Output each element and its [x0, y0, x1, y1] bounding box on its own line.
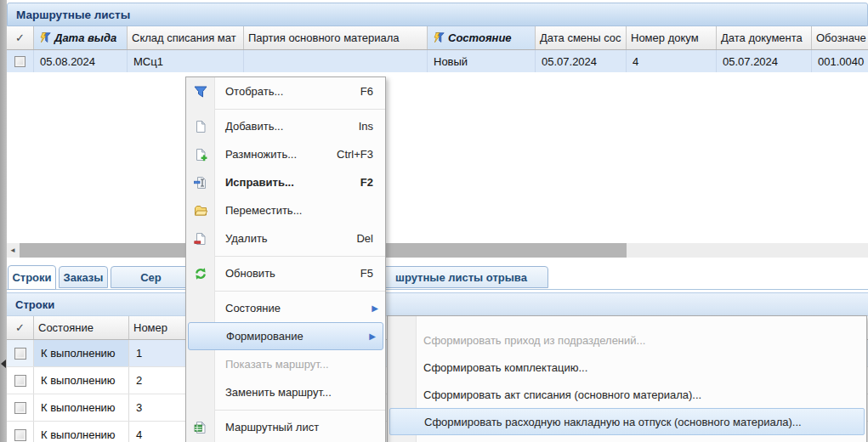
column-header-doc-number[interactable]: Номер докум	[627, 26, 717, 49]
cell-line-state: К выполнению	[34, 394, 129, 421]
scroll-left-icon[interactable]: ◄	[7, 243, 19, 258]
submenu-item-rashodnaya-nakladnaya[interactable]: Сформировать расходную накладную на отпу…	[389, 408, 865, 435]
menu-item-label: Удалить	[215, 232, 356, 245]
tab-route-sheets-otryva[interactable]: шрутные листы отрыва	[374, 266, 548, 288]
column-header-issue-date[interactable]: Дата выда	[34, 26, 128, 49]
page-edit-icon	[186, 176, 215, 190]
filter-lightning-icon	[432, 32, 445, 43]
tab-zakazy[interactable]: Заказы	[59, 266, 108, 288]
column-label: Партия основного материала	[248, 31, 400, 44]
select-all-column-header[interactable]: ✓	[7, 26, 34, 49]
cell-line-state: К выполнению	[34, 422, 129, 442]
route-sheets-panel-header: Маршрутные листы	[7, 3, 868, 26]
menu-item-shortcut: Ctrl+F3	[337, 148, 385, 161]
tab-stroki[interactable]: Строки	[8, 265, 56, 290]
menu-item-shortcut: Ins	[359, 120, 385, 133]
route-sheets-table-header: ✓ Дата выда Склад списания мат Партия ос…	[7, 26, 868, 50]
tab-ser[interactable]: Сер	[111, 266, 191, 288]
menu-item-peremestit[interactable]: Переместить...	[186, 196, 385, 224]
menu-item-label: Маршрутный лист	[215, 421, 385, 434]
menu-separator	[186, 105, 385, 112]
page-new-icon	[186, 120, 215, 133]
filter-lightning-icon	[38, 32, 51, 43]
menu-item-udalit[interactable]: Удалить Del	[186, 224, 385, 252]
menu-item-label: Переместить...	[215, 204, 373, 217]
cell-state-change-date: 05.07.2024	[536, 50, 627, 72]
tab-label: Заказы	[64, 271, 104, 284]
row-checkbox[interactable]	[14, 429, 26, 441]
tab-label: шрутные листы отрыва	[395, 271, 527, 284]
menu-item-label: Сформировать акт списания (основного мат…	[388, 388, 866, 401]
horizontal-scrollbar[interactable]: ◄	[7, 243, 868, 258]
tab-label: Строки	[12, 271, 51, 284]
lines-panel-title: Строки	[15, 298, 54, 311]
table-row-selected[interactable]: 05.08.2024 МСц1 Новый 05.07.2024 4 05.07…	[7, 50, 868, 72]
column-header-batch[interactable]: Партия основного материала	[244, 26, 428, 49]
menu-separator	[186, 252, 385, 259]
check-icon: ✓	[15, 31, 25, 44]
select-all-column-header[interactable]: ✓	[7, 316, 34, 339]
submenu-item-komplektaciya[interactable]: Сформировать комплектацию...	[388, 354, 866, 381]
row-checkbox-cell[interactable]	[7, 50, 34, 72]
page-title: Маршрутные листы	[16, 8, 130, 21]
menu-item-label: Исправить...	[215, 176, 360, 189]
filter-icon	[186, 85, 215, 99]
row-checkbox-cell[interactable]	[7, 367, 34, 394]
left-splitter[interactable]	[0, 0, 7, 442]
column-header-doc-date[interactable]: Дата документа	[717, 26, 812, 49]
menu-item-otobrat[interactable]: Отобрать... F6	[186, 77, 385, 105]
tab-label: Сер	[140, 271, 162, 284]
cell-line-state: К выполнению	[34, 340, 129, 366]
column-header-state-change-date[interactable]: Дата смены сос	[536, 26, 627, 49]
column-label: Склад списания мат	[132, 31, 236, 44]
row-checkbox[interactable]	[14, 348, 26, 360]
menu-item-label: Сформировать приход из подразделений...	[388, 334, 866, 347]
refresh-icon	[186, 267, 215, 280]
menu-item-obnovit[interactable]: Обновить F5	[186, 259, 385, 287]
row-checkbox[interactable]	[14, 375, 26, 387]
menu-item-shortcut: F5	[360, 267, 385, 280]
menu-item-dobavit[interactable]: Добавить... Ins	[186, 112, 385, 140]
cell-warehouse: МСц1	[128, 50, 244, 72]
row-checkbox-cell[interactable]	[7, 422, 34, 442]
menu-item-formirovanie[interactable]: Формирование ▶	[188, 322, 383, 350]
menu-item-razmnozhit[interactable]: Размножить... Ctrl+F3	[186, 140, 385, 168]
folder-move-icon	[186, 204, 215, 218]
collapse-left-icon[interactable]	[1, 360, 6, 368]
cell-batch	[244, 50, 428, 72]
column-label: Состояние	[38, 321, 94, 334]
page-delete-icon	[186, 232, 215, 246]
column-label: Номер докум	[631, 31, 699, 44]
app-window: Маршрутные листы ✓ Дата выда Склад списа…	[0, 0, 868, 442]
submenu-item-akt-spisaniya[interactable]: Сформировать акт списания (основного мат…	[388, 381, 866, 408]
column-label: Номер	[133, 321, 167, 334]
row-checkbox-cell[interactable]	[7, 394, 34, 421]
page-copy-icon	[186, 148, 215, 162]
tabstrip-baseline	[7, 289, 868, 290]
column-label: Дата выда	[54, 31, 116, 44]
column-header-state[interactable]: Состояние	[428, 26, 536, 49]
menu-item-label: Обновить	[215, 267, 360, 280]
row-checkbox-cell[interactable]	[7, 340, 34, 366]
cell-designation: 001.0040	[812, 50, 868, 72]
menu-item-label: Отобрать...	[215, 85, 360, 98]
column-header-line-state[interactable]: Состояние	[34, 316, 129, 339]
menu-item-shortcut: F2	[360, 176, 385, 189]
column-header-designation[interactable]: Обозначе	[812, 26, 868, 49]
menu-item-label: Состояние	[215, 302, 372, 314]
column-header-warehouse[interactable]: Склад списания мат	[128, 26, 244, 49]
menu-item-marshrutnyi-list[interactable]: Маршрутный лист	[186, 413, 385, 441]
row-checkbox[interactable]	[14, 402, 26, 414]
menu-item-sostoyanie[interactable]: Состояние ▶	[186, 294, 385, 322]
cell-doc-date: 05.07.2024	[717, 50, 812, 72]
row-checkbox[interactable]	[14, 56, 26, 67]
menu-item-label: Добавить...	[215, 120, 359, 133]
menu-item-shortcut: F6	[360, 85, 385, 98]
cell-line-state: К выполнению	[34, 367, 129, 394]
submenu-arrow-icon: ▶	[372, 303, 385, 313]
cell-doc-number: 4	[627, 50, 717, 72]
menu-item-zamenit-marshrut[interactable]: Заменить маршрут...	[186, 378, 385, 406]
column-label: Дата смены сос	[540, 31, 621, 44]
menu-item-ispravit[interactable]: Исправить... F2	[186, 168, 385, 196]
menu-item-label: Размножить...	[215, 148, 337, 161]
